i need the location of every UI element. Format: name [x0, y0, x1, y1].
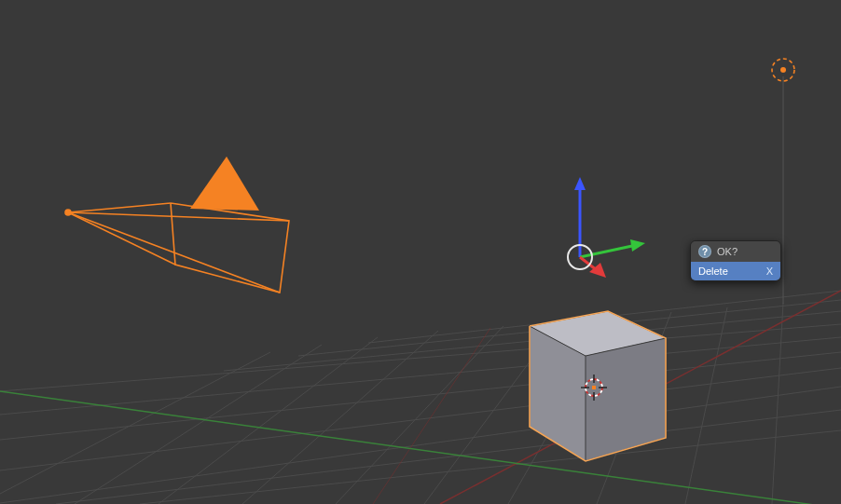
svg-line-4	[140, 430, 841, 504]
delete-button-label: Delete	[698, 266, 728, 277]
svg-line-15	[685, 307, 727, 504]
svg-point-38	[780, 67, 786, 73]
svg-marker-42	[630, 239, 645, 252]
svg-line-0	[0, 387, 841, 503]
delete-button[interactable]: Delete X	[691, 262, 780, 280]
svg-line-34	[68, 212, 289, 221]
confirm-popup-title: OK?	[717, 246, 738, 257]
viewport-3d[interactable]: ? OK? Delete X	[0, 0, 841, 504]
delete-shortcut: X	[766, 266, 773, 277]
svg-rect-30	[592, 386, 596, 389]
svg-line-33	[68, 212, 175, 265]
svg-line-5	[0, 337, 841, 415]
default-cube[interactable]	[530, 311, 666, 461]
confirm-popup: ? OK? Delete X	[690, 240, 781, 281]
question-icon: ?	[698, 245, 711, 258]
svg-marker-40	[574, 177, 586, 190]
svg-line-18	[75, 345, 322, 504]
svg-marker-36	[190, 157, 259, 211]
camera-object[interactable]	[65, 157, 289, 293]
svg-line-3	[56, 410, 841, 504]
svg-marker-22	[586, 338, 666, 461]
svg-line-16	[772, 303, 783, 504]
confirm-popup-header: ? OK?	[691, 241, 780, 262]
floor-grid	[0, 291, 841, 504]
svg-line-32	[68, 203, 171, 212]
world-y-axis	[0, 391, 841, 504]
svg-line-1	[0, 368, 841, 470]
svg-line-11	[336, 326, 503, 504]
transform-gizmo[interactable]	[568, 177, 645, 278]
